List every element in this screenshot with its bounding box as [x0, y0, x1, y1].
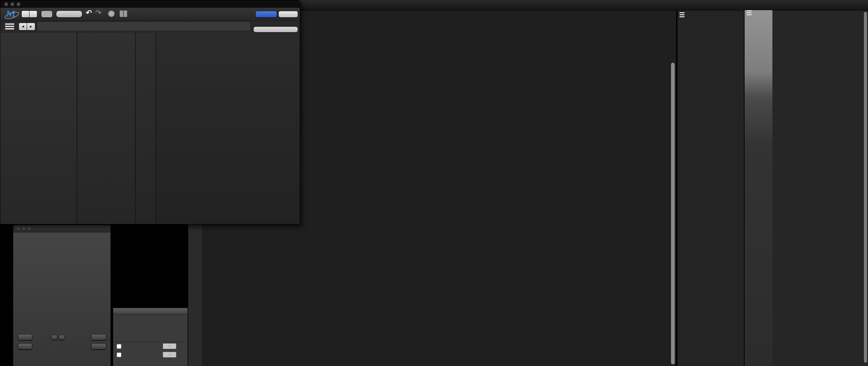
limiter-panel-bg — [136, 33, 156, 224]
plugin-titlebar[interactable] — [0, 0, 300, 8]
help-icon[interactable] — [108, 11, 115, 17]
traffic-light-minimize[interactable] — [22, 227, 25, 230]
redo-icon[interactable]: ↷ — [95, 8, 101, 17]
dim-button[interactable] — [91, 343, 106, 349]
aux-pane-menu-icon[interactable] — [679, 12, 685, 18]
monitor-controller-window — [13, 225, 111, 366]
mixer-scrollbar[interactable] — [671, 63, 675, 364]
mode-stepper-icon: ↕ — [169, 345, 170, 348]
master-label-column — [745, 10, 772, 366]
metric-halo-logo: M — [4, 8, 19, 20]
mode-stepper-icon: ↕ — [169, 353, 170, 356]
compare-button[interactable] — [255, 11, 277, 18]
master-scrollbar[interactable] — [864, 12, 867, 363]
mute-group-row2-checkbox[interactable] — [117, 352, 121, 357]
preset-next-button[interactable]: ▶ — [27, 23, 35, 30]
nc-button[interactable] — [41, 11, 53, 18]
mute-group-row1-checkbox[interactable] — [117, 344, 121, 349]
bypass-button[interactable] — [278, 11, 298, 18]
preset-field[interactable] — [37, 21, 251, 31]
traffic-light-close[interactable] — [4, 2, 8, 6]
master-pane-menu-icon[interactable] — [747, 10, 752, 16]
channelstrip-plugin-window: M ↶ ↷ ◀ ▶ — [0, 0, 300, 224]
traffic-light-zoom[interactable] — [17, 2, 20, 6]
mute-groups-titlebar[interactable] — [113, 308, 188, 314]
mute-groups-panel: ↕ ↕ — [113, 308, 188, 366]
mute-groups-divider — [115, 342, 186, 342]
preset-prev-button[interactable]: ◀ — [19, 23, 27, 30]
decrement-button[interactable] — [51, 335, 57, 340]
mute-group-row1-mode[interactable]: ↕ — [163, 343, 176, 349]
mute-group-row2-mode[interactable]: ↕ — [163, 352, 176, 358]
ab-compare-a-button[interactable] — [21, 11, 29, 18]
traffic-light-close[interactable] — [17, 227, 20, 230]
graphs-panel-bg — [156, 33, 300, 224]
lock-button[interactable] — [91, 334, 106, 340]
mono-button[interactable] — [18, 334, 32, 340]
eq-panel-bg — [77, 33, 136, 224]
aux-pane — [677, 0, 744, 366]
traffic-light-minimize[interactable] — [11, 2, 14, 6]
sidechain-in-selector[interactable] — [253, 26, 298, 33]
traffic-light-zoom[interactable] — [27, 227, 31, 230]
increment-button[interactable] — [59, 335, 65, 340]
left-panel-bg — [0, 33, 77, 224]
monitor-titlebar[interactable] — [13, 225, 111, 232]
preset-menu-icon[interactable] — [5, 23, 14, 30]
split-view-icon[interactable] — [120, 11, 127, 17]
ab-compare-b-button[interactable] — [29, 11, 37, 18]
blend-button[interactable] — [56, 11, 82, 18]
plugin-toolbar: M ↶ ↷ — [0, 8, 300, 21]
mute-button[interactable] — [18, 343, 32, 349]
undo-icon[interactable]: ↶ — [86, 8, 92, 17]
